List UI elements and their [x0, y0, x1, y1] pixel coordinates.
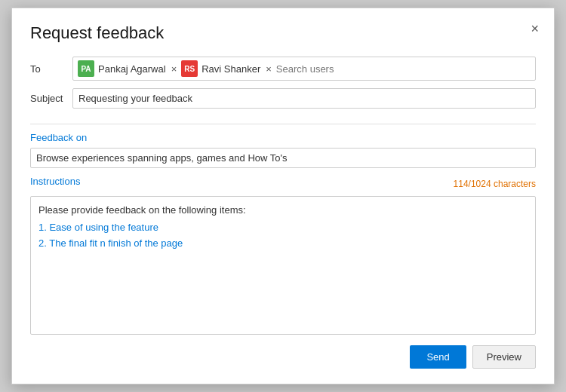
dialog-title: Request feedback [30, 23, 536, 43]
feedback-on-label: Feedback on [30, 132, 536, 143]
subject-label: Subject [30, 93, 72, 104]
footer: Send Preview [30, 345, 536, 369]
instructions-intro: Please provide feedback on the following… [38, 203, 528, 219]
search-users-input[interactable] [276, 63, 531, 75]
instructions-label: Instructions [30, 176, 80, 187]
instructions-item-2: 2. The final fit n finish of the page [38, 236, 528, 252]
instructions-header: Instructions 114/1024 characters [30, 176, 536, 191]
user-name-rs: Ravi Shanker [201, 63, 260, 75]
char-count: 114/1024 characters [454, 179, 536, 189]
form-section: Feedback on Instructions 114/1024 charac… [30, 132, 536, 335]
avatar-pa: PA [78, 60, 94, 77]
to-row: To PA Pankaj Agarwal × RS Ravi Shanker × [30, 57, 536, 81]
instructions-content[interactable]: Please provide feedback on the following… [30, 196, 536, 335]
divider-1 [30, 124, 536, 124]
subject-row: Subject [30, 88, 536, 109]
instructions-item-1: 1. Ease of using the feature [38, 220, 528, 236]
feedback-on-input[interactable] [30, 148, 536, 168]
to-field[interactable]: PA Pankaj Agarwal × RS Ravi Shanker × [72, 57, 536, 81]
user-tag-pa: PA Pankaj Agarwal × [78, 60, 178, 77]
subject-input[interactable] [72, 88, 536, 109]
to-label: To [30, 63, 72, 75]
user-tag-rs: RS Ravi Shanker × [181, 60, 273, 77]
request-feedback-dialog: Request feedback × To PA Pankaj Agarwal … [11, 8, 555, 384]
send-button[interactable]: Send [410, 345, 466, 369]
user-name-pa: Pankaj Agarwal [98, 63, 166, 75]
avatar-rs: RS [181, 60, 198, 77]
preview-button[interactable]: Preview [472, 345, 536, 369]
close-button[interactable]: × [526, 19, 543, 38]
remove-pa-button[interactable]: × [170, 64, 179, 74]
remove-rs-button[interactable]: × [264, 64, 273, 74]
